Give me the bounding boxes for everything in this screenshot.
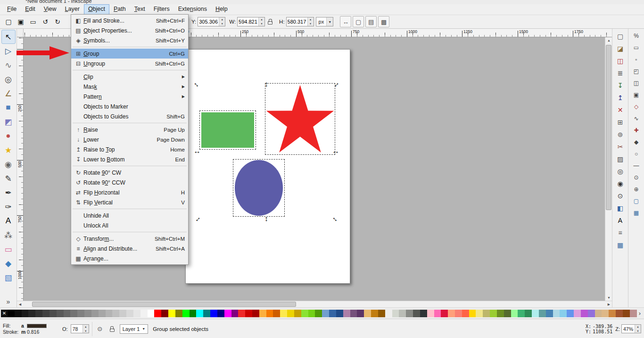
scroll-right-icon[interactable]: ▶ (606, 301, 612, 307)
palette-swatch-77[interactable] (546, 310, 553, 317)
palette-swatch-16[interactable] (119, 310, 126, 317)
palette-swatch-71[interactable] (504, 310, 511, 317)
tweak-tool[interactable]: ∿ (1, 58, 16, 72)
grid-toggle-button[interactable]: ▦ (614, 239, 627, 251)
palette-swatch-2[interactable] (22, 310, 29, 317)
spray-tool[interactable]: ⁂ (1, 228, 16, 242)
snap-path-intersections-button[interactable]: ✚ (630, 125, 643, 136)
text-dialog-button[interactable]: A (614, 214, 627, 226)
palette-swatch-31[interactable] (224, 310, 231, 317)
w-spinner[interactable]: ▲ ▼ (258, 17, 264, 26)
menu-item-arrange[interactable]: ▦Arrange... (71, 254, 188, 263)
menubar-item-layer[interactable]: Layer (61, 4, 84, 15)
scroll-left-icon[interactable]: ◀ (17, 301, 23, 307)
scale-stroke-width-toggle[interactable]: ↔ (340, 16, 351, 27)
scale-handle-middle-right[interactable]: ↔ (332, 147, 339, 155)
menu-item-symbols[interactable]: ◈Symbols...Shift+Ctrl+Y (71, 35, 188, 45)
import-image-button[interactable]: ↧ (614, 79, 627, 91)
palette-swatch-40[interactable] (287, 310, 294, 317)
rectangle-tool[interactable]: ■ (1, 101, 16, 115)
menubar-item-edit[interactable]: Edit (21, 4, 40, 15)
palette-swatch-14[interactable] (106, 310, 113, 317)
menu-item-group[interactable]: ⊞GroupCtrl+G (71, 49, 188, 59)
palette-swatch-76[interactable] (539, 310, 546, 317)
menubar-item-help[interactable]: Help (211, 4, 232, 15)
palette-swatch-8[interactable] (64, 310, 71, 317)
menubar-item-path[interactable]: Path (109, 4, 130, 15)
rotate-90-ccw-button[interactable]: ↺ (40, 16, 51, 27)
palette-swatch-51[interactable] (364, 310, 371, 317)
toolbox-overflow-button[interactable]: » (1, 297, 16, 306)
box-3d-tool[interactable]: ◩ (1, 115, 16, 129)
w-input[interactable] (238, 17, 258, 26)
palette-swatch-79[interactable] (560, 310, 567, 317)
menu-item-pattern[interactable]: Pattern▶ (71, 92, 188, 101)
enable-snapping-button[interactable]: % (630, 30, 643, 42)
menu-item-rotate-90-cw[interactable]: ↻Rotate 90° CW (71, 168, 188, 177)
palette-swatch-75[interactable] (532, 310, 539, 317)
palette-swatch-34[interactable] (245, 310, 252, 317)
spin-up-icon[interactable]: ▲ (259, 17, 264, 22)
calligraphy-tool[interactable]: ✑ (1, 200, 16, 214)
fill-stroke-indicator[interactable]: Fill: a Stroke: m 0.816 (3, 323, 59, 335)
palette-swatch-39[interactable] (280, 310, 287, 317)
w-field[interactable]: ▲ ▼ (237, 17, 265, 26)
palette-swatch-57[interactable] (406, 310, 413, 317)
spin-down-icon[interactable]: ▼ (259, 22, 264, 26)
palette-swatch-18[interactable] (133, 310, 140, 317)
spin-up-icon[interactable]: ▲ (635, 325, 641, 329)
palette-swatch-42[interactable] (301, 310, 308, 317)
scale-handle-top-middle[interactable]: ↕ (263, 80, 270, 88)
vertical-scrollbar[interactable]: ▲ ▼ (605, 37, 612, 301)
menubar-item-text[interactable]: Text (130, 4, 149, 15)
menu-item-fill-and-stroke[interactable]: ◧Fill and Stroke...Shift+Ctrl+F (71, 16, 188, 25)
palette-swatch-80[interactable] (567, 310, 574, 317)
palette-swatch-46[interactable] (329, 310, 336, 317)
pencil-tool[interactable]: ✎ (1, 171, 16, 186)
palette-swatch-5[interactable] (42, 310, 50, 317)
scale-handle-middle-left[interactable]: ↔ (193, 147, 201, 155)
palette-scroll-right-icon[interactable]: › (636, 310, 643, 317)
palette-swatch-33[interactable] (238, 310, 245, 317)
palette-swatch-44[interactable] (315, 310, 322, 317)
zoom-spinner[interactable]: ▲ ▼ (635, 325, 641, 333)
palette-swatch-0[interactable] (8, 310, 15, 317)
spin-down-icon[interactable]: ▼ (83, 329, 89, 333)
pen-tool[interactable]: ✒ (1, 186, 16, 200)
menu-item-raise-to-top[interactable]: ↥Raise to TopHome (71, 144, 188, 154)
move-patterns-toggle[interactable]: ▩ (378, 16, 389, 27)
palette-swatch-35[interactable] (252, 310, 259, 317)
palette-swatch-70[interactable] (497, 310, 504, 317)
y-input[interactable] (198, 17, 219, 26)
scale-handle-bottom-middle[interactable]: ↕ (263, 215, 270, 222)
vertical-scrollbar-thumb[interactable] (606, 45, 611, 210)
clone-button[interactable]: ⊚ (614, 128, 627, 140)
palette-swatch-89[interactable] (630, 310, 637, 317)
snap-object-centers-button[interactable]: ⊙ (630, 172, 643, 183)
selector-tool[interactable]: ↖ (1, 30, 16, 44)
palette-swatch-43[interactable] (308, 310, 315, 317)
palette-swatch-4[interactable] (35, 310, 42, 317)
spin-down-icon[interactable]: ▼ (635, 329, 641, 333)
snap-rotation-centers-button[interactable]: ⊕ (630, 184, 643, 195)
y-spinner[interactable]: ▲ ▼ (219, 17, 225, 26)
snap-nodes-button[interactable]: ◇ (630, 101, 643, 112)
palette-swatch-65[interactable] (462, 310, 469, 317)
menu-item-objects-to-guides[interactable]: Objects to GuidesShift+G (71, 111, 188, 121)
palette-swatch-24[interactable] (175, 310, 182, 317)
snap-grids-button[interactable]: ▦ (630, 207, 643, 219)
menu-item-rotate-90-ccw[interactable]: ↺Rotate 90° CCW (71, 177, 188, 187)
snap-bbox-edges-button[interactable]: ▫ (630, 54, 643, 65)
layer-lock-icon[interactable] (107, 324, 117, 334)
palette-swatch-88[interactable] (623, 310, 630, 317)
palette-swatch-69[interactable] (490, 310, 497, 317)
cut-button[interactable]: ✂ (614, 141, 627, 152)
spin-up-icon[interactable]: ▲ (83, 325, 89, 329)
h-input[interactable] (287, 17, 307, 26)
layer-visibility-icon[interactable]: ⊙ (95, 324, 105, 334)
snap-page-border-button[interactable]: ▢ (630, 195, 643, 207)
snap-bbox-corners-button[interactable]: ◰ (630, 66, 643, 77)
palette-swatch-73[interactable] (518, 310, 525, 317)
palette-swatch-32[interactable] (231, 310, 239, 317)
palette-swatch-58[interactable] (413, 310, 420, 317)
